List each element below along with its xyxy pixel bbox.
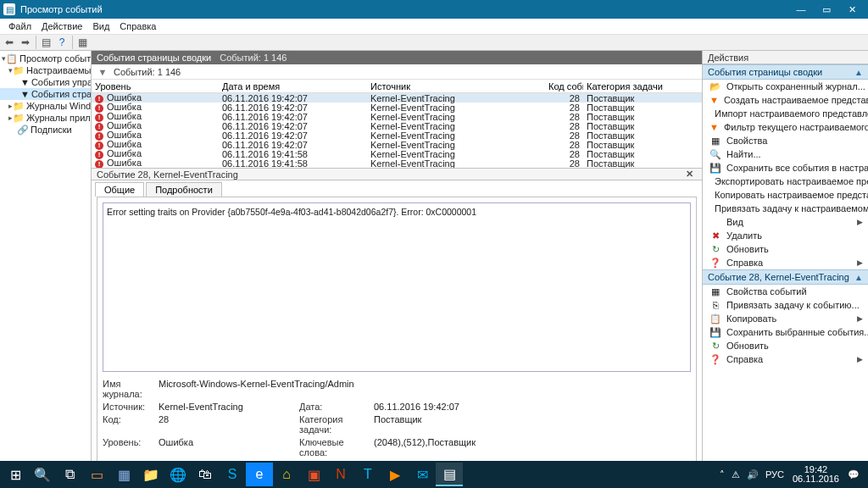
actions-group-label: События страницы сводки: [708, 67, 822, 77]
action-item[interactable]: 🔍Найти...: [703, 147, 868, 161]
minimize-button[interactable]: —: [788, 0, 814, 19]
detail-close-button[interactable]: ✕: [682, 169, 697, 180]
taskbar-app[interactable]: ▣: [300, 463, 327, 486]
forward-button[interactable]: ➡: [18, 35, 33, 50]
maximize-button[interactable]: ▭: [814, 0, 839, 19]
action-label: Вид: [726, 217, 743, 227]
action-item[interactable]: ▦Свойства: [703, 134, 868, 147]
col-category[interactable]: Категория задачи: [583, 81, 702, 92]
tree-custom-views[interactable]: ▾📁Настраиваемые представл: [0, 64, 91, 76]
event-grid[interactable]: Уровень Дата и время Источник Код событи…: [92, 80, 702, 168]
action-item[interactable]: 📋Копировать▶: [703, 312, 868, 325]
taskbar-app[interactable]: 🛍: [192, 463, 219, 486]
menu-help[interactable]: Справка: [114, 21, 161, 31]
tray-volume-icon[interactable]: 🔊: [743, 469, 762, 480]
actions-group-label: Событие 28, Kernel-EventTracing: [708, 272, 849, 282]
table-row[interactable]: !Ошибка06.11.2016 19:41:58Kernel-EventTr…: [92, 158, 702, 168]
app-icon: ▤: [3, 3, 15, 15]
col-level[interactable]: Уровень: [92, 81, 219, 92]
action-item[interactable]: ✖Удалить: [703, 229, 868, 242]
taskbar-app[interactable]: e: [246, 463, 273, 486]
tree-pane[interactable]: ▾📋Просмотр событий (Локальн ▾📁Настраивае…: [0, 51, 92, 461]
taskbar-app[interactable]: ▶: [381, 463, 409, 486]
action-item[interactable]: Копировать настраиваемое представление..…: [703, 188, 868, 202]
tree-subscriptions[interactable]: 🔗Подписки: [0, 124, 91, 136]
action-item[interactable]: ↻Обновить: [703, 339, 868, 352]
tree-label: Журналы приложений и сл: [26, 113, 92, 123]
taskbar-app[interactable]: ▭: [83, 463, 110, 486]
col-datetime[interactable]: Дата и время: [219, 81, 367, 92]
tree-root[interactable]: ▾📋Просмотр событий (Локальн: [0, 53, 91, 64]
tab-general[interactable]: Общие: [95, 182, 144, 197]
action-item[interactable]: ⎘Привязать задачу к событию...: [703, 298, 868, 312]
action-label: Сохранить все события в настраиваемом пр…: [726, 163, 868, 173]
arrow-icon: ▶: [857, 218, 863, 226]
action-item[interactable]: 💾Сохранить все события в настраиваемом п…: [703, 161, 868, 175]
tab-details[interactable]: Подробности: [146, 182, 222, 197]
show-tree-button[interactable]: ▤: [38, 35, 53, 50]
taskbar-app[interactable]: T: [354, 463, 381, 486]
center-pane: События страницы сводки Событий: 1 146 ▼…: [92, 51, 703, 461]
taskbar-app[interactable]: 📁: [137, 463, 164, 486]
help-button[interactable]: ?: [54, 35, 70, 50]
action-label: Создать настраиваемое представление...: [724, 95, 868, 105]
taskbar-app[interactable]: ⌂: [273, 463, 300, 486]
event-message[interactable]: Error setting traits on Provider {a0b755…: [103, 202, 691, 372]
action-item[interactable]: ↻Обновить: [703, 242, 868, 256]
actions-title: Действия: [703, 51, 868, 64]
close-button[interactable]: ✕: [839, 0, 865, 19]
tree-admin-events[interactable]: ▼События управления: [0, 76, 91, 88]
action-item[interactable]: ❓Справка▶: [703, 256, 868, 269]
tree-label: Подписки: [31, 125, 72, 135]
val-source: Kernel-EventTracing: [159, 402, 294, 412]
action-item[interactable]: ▼Создать настраиваемое представление...: [703, 93, 868, 107]
grid-rows: !Ошибка06.11.2016 19:42:07Kernel-EventTr…: [92, 93, 702, 168]
tray-notifications-icon[interactable]: 💬: [844, 469, 863, 480]
tree-summary-events[interactable]: ▼События страницы свод: [0, 88, 91, 100]
tray-clock[interactable]: 19:42 06.11.2016: [787, 465, 844, 484]
action-label: Найти...: [726, 149, 761, 159]
actions-group-view[interactable]: События страницы сводки▲: [703, 64, 868, 80]
taskbar-app[interactable]: N: [327, 463, 354, 486]
lbl-source: Источник:: [103, 402, 153, 412]
actions-group-event[interactable]: Событие 28, Kernel-EventTracing▲: [703, 269, 868, 285]
taskbar-eventviewer[interactable]: ▤: [436, 463, 463, 486]
action-item[interactable]: Привязать задачу к настраиваемому предст…: [703, 202, 868, 215]
taskbar: ⊞ 🔍 ⧉ ▭ ▦ 📁 🌐 🛍 S e ⌂ ▣ N T ▶ ✉ ▤ ˄ ⚠ 🔊 …: [0, 461, 868, 488]
action-item[interactable]: Импорт настраиваемого представления...: [703, 107, 868, 120]
start-button[interactable]: ⊞: [2, 463, 29, 486]
action-label: Справка: [726, 258, 763, 268]
action-item[interactable]: 💾Сохранить выбранные события...: [703, 325, 868, 339]
arrow-icon: ▶: [857, 355, 863, 363]
action-item[interactable]: ❓Справка▶: [703, 352, 868, 366]
col-source[interactable]: Источник: [367, 81, 545, 92]
action-item[interactable]: ▦Свойства событий: [703, 285, 868, 298]
menu-action[interactable]: Действие: [36, 21, 87, 31]
taskbar-app[interactable]: ✉: [409, 463, 436, 486]
taskbar-app[interactable]: ▦: [110, 463, 137, 486]
taskbar-app[interactable]: S: [219, 463, 246, 486]
val-level: Ошибка: [159, 437, 294, 458]
action-label: Обновить: [726, 244, 769, 254]
detail-title: Событие 28, Kernel-EventTracing: [97, 169, 238, 180]
tree-app-logs[interactable]: ▸📁Журналы приложений и сл: [0, 112, 91, 124]
taskview-button[interactable]: ⧉: [56, 463, 83, 486]
action-item[interactable]: Вид▶: [703, 215, 868, 229]
menu-file[interactable]: Файл: [3, 21, 36, 31]
col-eventid[interactable]: Код события: [545, 81, 583, 92]
action-item[interactable]: 📂Открыть сохраненный журнал...: [703, 80, 868, 93]
action-label: Обновить: [726, 341, 769, 351]
search-button[interactable]: 🔍: [29, 463, 56, 486]
taskbar-app[interactable]: 🌐: [164, 463, 192, 486]
tray-network-icon[interactable]: ⚠: [728, 469, 743, 480]
menu-view[interactable]: Вид: [87, 21, 114, 31]
action-item[interactable]: Экспортировать настраиваемое представлен…: [703, 175, 868, 188]
action-item[interactable]: ▼Фильтр текущего настраиваемого представ…: [703, 120, 868, 134]
filter-bar: ▼ Событий: 1 146: [92, 64, 702, 80]
tray-up-icon[interactable]: ˄: [716, 469, 728, 480]
tree-windows-logs[interactable]: ▸📁Журналы Windows: [0, 100, 91, 112]
tray-lang[interactable]: РУС: [762, 469, 787, 480]
back-button[interactable]: ⬅: [2, 35, 17, 50]
window-title: Просмотр событий: [20, 4, 788, 14]
toolbar-extra-button[interactable]: ▦: [75, 35, 90, 50]
